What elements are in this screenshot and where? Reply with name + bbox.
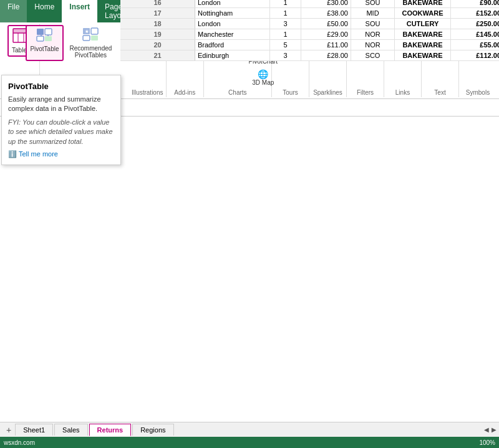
cell-region[interactable]: SOU [351, 19, 395, 29]
tab-sheet1[interactable]: Sheet1 [15, 424, 53, 436]
cell-revenue[interactable]: £90.00 [451, 0, 499, 7]
table-row: 17 Nottingham 1 £38.00 MID COOKWARE £152… [120, 8, 499, 19]
cell-region[interactable]: NOR [351, 40, 395, 50]
table-row: 19 Manchester 1 £29.00 NOR BAKEWARE £145… [120, 29, 499, 40]
filters-group-label: Filters [357, 88, 374, 96]
add-sheet-button[interactable]: + [2, 424, 15, 436]
tooltip-panel: PivotTable Easily arrange and summarize … [1, 75, 121, 165]
row-number: 21 [120, 50, 195, 60]
cell-product[interactable]: COOKWARE [395, 8, 451, 18]
zoom-level: 100% [479, 439, 495, 446]
cell-product[interactable]: BAKEWARE [395, 40, 451, 50]
recommended-pivot-button[interactable]: ★ RecommendedPivotTables [66, 25, 116, 61]
scroll-left-icon[interactable]: ◀ [484, 426, 489, 433]
illus-group-label: Illustrations [132, 88, 163, 96]
cell-revenue[interactable]: £250.00 [451, 19, 499, 29]
svg-text:★: ★ [85, 29, 89, 34]
row-number: 16 [120, 0, 195, 7]
cell-revenue[interactable]: £112.00 [451, 50, 499, 60]
svg-rect-5 [37, 29, 44, 35]
cell-branch[interactable]: Edinburgh [195, 50, 270, 60]
tooltip-title: PivotTable [8, 82, 114, 91]
cell-price[interactable]: £29.00 [301, 29, 351, 39]
sheet-rows: 3 Coventry 1 £40.00 MID BAKEWARE 4 Hull … [120, 0, 499, 61]
svg-rect-11 [83, 36, 90, 41]
cell-revenue[interactable]: £152.00 [451, 8, 499, 18]
row-number: 20 [120, 40, 195, 50]
svg-rect-7 [37, 36, 44, 41]
cell-product[interactable]: CUTLERY [395, 19, 451, 29]
cell-branch[interactable]: Manchester [195, 29, 270, 39]
tab-file[interactable]: File [0, 0, 27, 22]
svg-rect-8 [45, 36, 52, 41]
pivot-table-label: PivotTable [30, 45, 59, 52]
cell-revenue[interactable]: £55.00 [451, 40, 499, 50]
pivot-table-button[interactable]: PivotTable [26, 25, 63, 61]
cell-qty[interactable]: 1 [270, 0, 301, 7]
addins-group-label: Add-ins [174, 88, 195, 96]
text-group-label: Text [434, 88, 445, 96]
recommended-pivot-icon: ★ [82, 27, 99, 44]
cell-qty[interactable]: 1 [270, 8, 301, 18]
tours-group-label: Tours [283, 88, 298, 96]
info-icon: ℹ️ [8, 150, 17, 158]
recommended-pivot-label: RecommendedPivotTables [70, 45, 112, 59]
3dmap-icon: 🌐 [258, 69, 268, 79]
cell-price[interactable]: £28.00 [301, 50, 351, 60]
table-row: 18 London 3 £50.00 SOU CUTLERY £250.00 [120, 19, 499, 29]
svg-rect-6 [45, 29, 52, 35]
formula-input[interactable] [55, 103, 495, 112]
tooltip-fyi: FYI: You can double-click a value to see… [8, 118, 114, 146]
bottom-bar: wsxdn.com 100% [0, 437, 499, 448]
cell-branch[interactable]: Nottingham [195, 8, 270, 18]
cell-price[interactable]: £11.00 [301, 40, 351, 50]
table-row: 20 Bradford 5 £11.00 NOR BAKEWARE £55.00 [120, 40, 499, 50]
row-number: 17 [120, 8, 195, 18]
row-number: 18 [120, 19, 195, 29]
tab-insert[interactable]: Insert [62, 0, 97, 22]
cell-region[interactable]: SCO [351, 50, 395, 60]
tab-returns[interactable]: Returns [89, 424, 132, 436]
cell-qty[interactable]: 5 [270, 40, 301, 50]
cell-branch[interactable]: London [195, 0, 270, 7]
tab-sales[interactable]: Sales [54, 424, 88, 436]
svg-rect-12 [91, 36, 98, 41]
row-number: 19 [120, 29, 195, 39]
charts-group-label: Charts [228, 88, 246, 96]
tab-home[interactable]: Home [27, 0, 62, 22]
tab-bar: + Sheet1 Sales Returns Regions ◀ ▶ [0, 422, 499, 437]
tab-regions[interactable]: Regions [132, 424, 173, 436]
3dmap-label: 3D Map [252, 79, 274, 86]
cell-price[interactable]: £50.00 [301, 19, 351, 29]
links-group-label: Links [395, 88, 410, 96]
cell-region[interactable]: SOU [351, 0, 395, 7]
bottom-text: wsxdn.com [4, 439, 35, 446]
table-row: 16 London 1 £30.00 SOU BAKEWARE £90.00 [120, 0, 499, 8]
pivot-table-icon [36, 28, 52, 44]
cell-qty[interactable]: 3 [270, 19, 301, 29]
scroll-right-icon[interactable]: ▶ [492, 426, 497, 433]
cell-region[interactable]: MID [351, 8, 395, 18]
tell-me-more-link[interactable]: ℹ️ Tell me more [8, 150, 114, 158]
cell-product[interactable]: BAKEWARE [395, 0, 451, 7]
sparklines-group-label: Sparklines [313, 88, 342, 96]
cell-region[interactable]: NOR [351, 29, 395, 39]
cell-product[interactable]: BAKEWARE [395, 29, 451, 39]
spreadsheet: Branch ▼ Qty ▼ Price ▼ Region ▼ Product [120, 0, 499, 61]
cell-branch[interactable]: London [195, 19, 270, 29]
cell-price[interactable]: £30.00 [301, 0, 351, 7]
cell-branch[interactable]: Bradford [195, 40, 270, 50]
symbols-group-label: Symbols [466, 88, 490, 96]
cell-qty[interactable]: 1 [270, 29, 301, 39]
svg-rect-10 [91, 28, 98, 34]
table-row: 21 Edinburgh 3 £28.00 SCO BAKEWARE £112.… [120, 50, 499, 61]
bottom-bar-right: 100% [479, 439, 495, 446]
cell-product[interactable]: BAKEWARE [395, 50, 451, 60]
cell-revenue[interactable]: £145.00 [451, 29, 499, 39]
tooltip-body: Easily arrange and summarize complex dat… [8, 95, 114, 114]
cell-qty[interactable]: 3 [270, 50, 301, 60]
cell-price[interactable]: £38.00 [301, 8, 351, 18]
